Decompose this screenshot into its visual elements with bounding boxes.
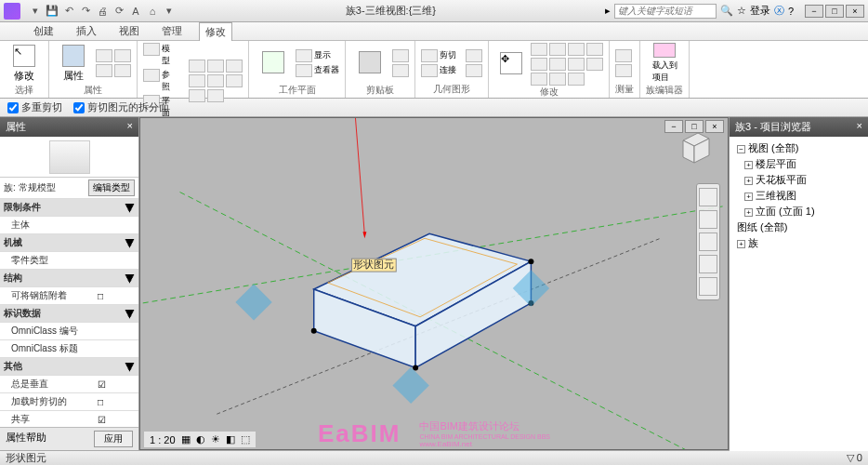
home-icon[interactable] — [699, 277, 717, 296]
detail-icon[interactable]: ▦ — [181, 433, 191, 445]
ribbon-btn[interactable] — [207, 74, 224, 87]
props-row[interactable]: OmniClass 标题 — [0, 340, 138, 358]
ribbon-btn[interactable] — [392, 49, 409, 62]
ribbon-btn[interactable] — [586, 43, 603, 56]
orbit-icon[interactable] — [699, 255, 717, 273]
help-icon[interactable]: ? — [788, 6, 794, 17]
maximize-button[interactable]: □ — [825, 5, 844, 18]
props-row[interactable]: 加载时剪切的□ — [0, 393, 138, 411]
tree-node[interactable]: +楼层平面 — [733, 156, 864, 172]
props-section-header[interactable]: 限制条件⯆ — [0, 199, 138, 217]
qat-more[interactable]: ▾ — [162, 4, 177, 19]
qat-redo[interactable]: ↷ — [78, 4, 93, 19]
minimize-button[interactable]: − — [805, 5, 823, 18]
drawing-canvas[interactable]: −□× 形状图元 1 : 20 ▦◐☀◧ — [139, 117, 729, 450]
ribbon-btn[interactable] — [296, 64, 312, 77]
ribbon-btn[interactable] — [615, 49, 632, 62]
qat-undo[interactable]: ↶ — [61, 4, 76, 19]
paste-button[interactable] — [351, 43, 388, 84]
ribbon-btn[interactable] — [568, 43, 585, 56]
props-section-header[interactable]: 结构⯆ — [0, 270, 138, 287]
apply-button[interactable]: 应用 — [94, 431, 133, 447]
steering-wheel-icon[interactable] — [699, 188, 717, 206]
tab-create[interactable]: 创建 — [28, 22, 59, 40]
ribbon-btn[interactable] — [568, 58, 585, 71]
ribbon-btn[interactable] — [531, 58, 547, 71]
ribbon-btn[interactable] — [296, 49, 312, 62]
shadow-icon[interactable]: ◧ — [226, 433, 235, 445]
family-type-selector[interactable]: 族: 常规模型 — [4, 181, 88, 194]
ribbon-btn[interactable] — [143, 43, 160, 56]
crop-icon[interactable]: ⬚ — [241, 433, 250, 445]
multi-cut-checkbox[interactable]: 多重剪切 — [7, 100, 62, 114]
edit-type-button[interactable]: 编辑类型 — [88, 179, 135, 196]
ribbon-btn[interactable] — [466, 49, 482, 62]
workplane-button[interactable] — [255, 43, 292, 84]
close-icon[interactable]: × — [857, 120, 862, 134]
ribbon-btn[interactable] — [189, 89, 205, 102]
ribbon-btn[interactable] — [143, 69, 160, 82]
tree-node[interactable]: 图纸 (全部) — [733, 219, 864, 235]
view-cube[interactable] — [672, 126, 717, 170]
ribbon-btn[interactable] — [531, 73, 547, 86]
ribbon-btn[interactable] — [114, 49, 131, 62]
tree-node[interactable]: +族 — [733, 235, 864, 251]
tree-node[interactable]: +三维视图 — [733, 188, 864, 204]
modify-button[interactable]: ↖修改 — [6, 43, 43, 84]
load-project-button[interactable]: 载入到 项目 — [646, 43, 683, 84]
pan-icon[interactable] — [699, 210, 717, 229]
ribbon-btn[interactable] — [421, 64, 438, 77]
props-section-header[interactable]: 标识数据⯆ — [0, 305, 138, 323]
tab-modify[interactable]: 修改 — [199, 22, 232, 41]
ribbon-btn[interactable] — [421, 49, 438, 62]
ribbon-btn[interactable] — [586, 58, 603, 71]
props-row[interactable]: 零件类型 — [0, 252, 138, 270]
info-icon[interactable]: ▸ — [605, 5, 611, 17]
exchange-icon[interactable]: ⓧ — [774, 4, 784, 18]
tab-insert[interactable]: 插入 — [71, 22, 102, 40]
tab-view[interactable]: 视图 — [113, 22, 145, 40]
props-section-header[interactable]: 其他⯆ — [0, 358, 138, 376]
close-icon[interactable]: × — [127, 120, 133, 134]
split-face-checkbox[interactable]: 剪切图元的拆分面 — [73, 100, 169, 114]
ribbon-btn[interactable] — [568, 73, 585, 86]
qat-open[interactable]: ▾ — [28, 4, 43, 19]
tab-manage[interactable]: 管理 — [156, 22, 188, 40]
tree-node[interactable]: −视图 (全部) — [733, 140, 864, 156]
ribbon-btn[interactable] — [226, 74, 243, 87]
qat-save[interactable]: 💾 — [45, 4, 59, 19]
ribbon-btn[interactable] — [226, 60, 243, 73]
ribbon-btn[interactable] — [549, 43, 566, 56]
ribbon-btn[interactable] — [549, 73, 566, 86]
ribbon-btn[interactable] — [531, 43, 547, 56]
props-row[interactable]: 总是垂直☑ — [0, 376, 138, 393]
scale-selector[interactable]: 1 : 20 — [150, 434, 176, 445]
ribbon-btn[interactable] — [466, 64, 482, 77]
qat-home[interactable]: ⌂ — [145, 4, 160, 19]
app-icon[interactable] — [4, 3, 20, 20]
ribbon-btn[interactable] — [189, 60, 205, 73]
visual-style-icon[interactable]: ◐ — [196, 433, 205, 445]
search-input[interactable] — [614, 4, 717, 19]
ribbon-btn[interactable] — [189, 74, 205, 87]
zoom-icon[interactable] — [699, 232, 717, 251]
props-section-header[interactable]: 机械⯆ — [0, 234, 138, 252]
ribbon-btn[interactable] — [96, 49, 112, 62]
qat-print[interactable]: 🖨 — [95, 4, 110, 19]
login-link[interactable]: 登录 — [750, 4, 770, 18]
close-button[interactable]: × — [846, 5, 864, 18]
sun-icon[interactable]: ☀ — [211, 433, 220, 445]
qat-sync[interactable]: ⟳ — [112, 4, 126, 19]
ribbon-btn[interactable] — [114, 64, 131, 77]
props-row[interactable]: 共享☑ — [0, 411, 138, 427]
qat-text[interactable]: A — [128, 4, 143, 19]
props-row[interactable]: 主体 — [0, 217, 138, 234]
ribbon-btn[interactable] — [615, 64, 632, 77]
properties-button[interactable]: 属性 — [55, 43, 92, 84]
ribbon-btn[interactable] — [392, 64, 409, 77]
ribbon-btn[interactable] — [549, 58, 566, 71]
ribbon-btn[interactable] — [207, 89, 224, 102]
props-row[interactable]: 可将钢筋附着□ — [0, 287, 138, 305]
props-row[interactable]: OmniClass 编号 — [0, 323, 138, 340]
tree-node[interactable]: +立面 (立面 1) — [733, 204, 864, 219]
